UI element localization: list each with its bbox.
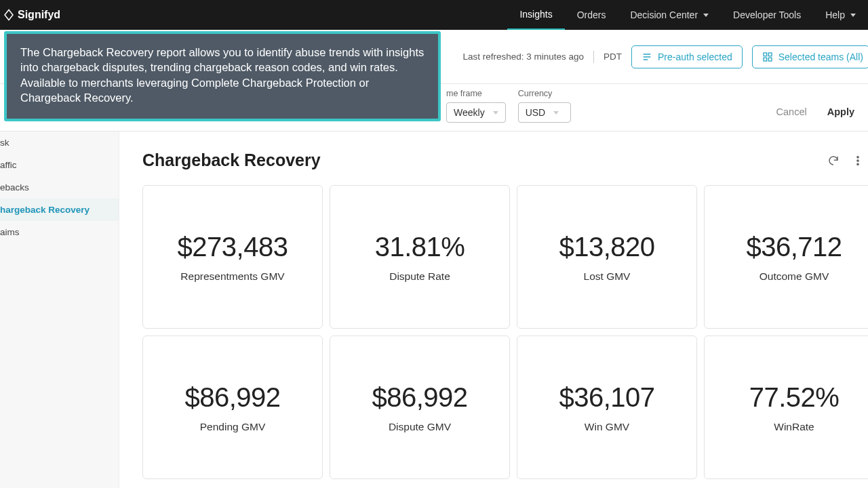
sidebar-item[interactable]: affic: [0, 154, 119, 176]
currency-label: Currency: [518, 89, 571, 98]
metric-grid: $273,483 Representments GMV 31.81% Dispu…: [142, 185, 868, 479]
currency-select[interactable]: USD: [518, 102, 571, 123]
metric-card: 31.81% Dispute Rate: [330, 185, 510, 329]
metric-card: $36,712 Outcome GMV: [704, 185, 868, 329]
metric-value: $86,992: [372, 382, 467, 413]
metric-card: $86,992 Dispute GMV: [330, 336, 510, 479]
page-content: Chargeback Recovery $273,483 Representme…: [119, 131, 868, 488]
page-header: Chargeback Recovery: [142, 150, 868, 170]
divider: [593, 51, 594, 63]
brand-logo: Signifyd: [3, 9, 60, 21]
sidebar-item[interactable]: ebacks: [0, 176, 119, 199]
metric-value: $36,712: [746, 232, 842, 262]
sidebar-item[interactable]: sk: [0, 131, 119, 154]
list-icon: [642, 52, 652, 62]
metric-card: $86,992 Pending GMV: [142, 336, 323, 479]
metric-label: Lost GMV: [584, 270, 631, 283]
brand-name: Signifyd: [18, 9, 60, 21]
svg-point-5: [857, 159, 859, 161]
currency-field: Currency USD: [518, 89, 571, 123]
metric-value: 77.52%: [749, 382, 840, 413]
svg-rect-1: [768, 53, 772, 56]
timeframe-field: me frame Weekly: [446, 89, 506, 123]
svg-point-4: [857, 156, 859, 157]
metric-card: 77.52% WinRate: [704, 336, 868, 479]
metric-card: $13,820 Lost GMV: [517, 185, 697, 329]
apply-button[interactable]: Apply: [823, 101, 859, 123]
nav-help[interactable]: Help: [813, 0, 868, 30]
nav-developer-tools[interactable]: Developer Tools: [721, 0, 813, 30]
metric-label: Outcome GMV: [760, 270, 829, 283]
metric-value: $273,483: [178, 232, 288, 262]
sidebar: sk affic ebacks hargeback Recovery aims: [0, 131, 119, 488]
sidebar-item-chargeback-recovery[interactable]: hargeback Recovery: [0, 199, 119, 221]
svg-rect-0: [764, 53, 767, 56]
last-refreshed: Last refreshed: 3 minutes ago: [462, 52, 584, 62]
svg-rect-3: [768, 58, 772, 61]
metric-value: $13,820: [559, 232, 654, 262]
svg-rect-2: [764, 58, 767, 61]
metric-value: $86,992: [184, 382, 280, 413]
metric-label: Dispute Rate: [389, 270, 450, 283]
metric-card: $273,483 Representments GMV: [142, 185, 323, 329]
preauth-button[interactable]: Pre-auth selected: [631, 45, 743, 68]
metric-card: $36,107 Win GMV: [517, 336, 697, 479]
metric-label: Pending GMV: [200, 421, 266, 433]
chevron-down-icon: [553, 111, 559, 115]
timeframe-label: me frame: [446, 89, 506, 98]
page-title: Chargeback Recovery: [142, 150, 321, 170]
metric-label: Representments GMV: [180, 270, 284, 283]
top-nav: Signifyd Insights Orders Decision Center…: [0, 0, 868, 30]
svg-point-6: [857, 163, 859, 165]
cancel-button[interactable]: Cancel: [772, 101, 811, 123]
timeframe-select[interactable]: Weekly: [446, 102, 506, 123]
info-tooltip: The Chargeback Recovery report allows yo…: [4, 31, 441, 121]
more-icon[interactable]: [852, 155, 864, 167]
teams-button[interactable]: Selected teams (All): [752, 45, 868, 68]
metric-value: $36,107: [559, 382, 654, 413]
metric-value: 31.81%: [375, 232, 465, 262]
grid-icon: [762, 52, 773, 62]
chevron-down-icon: [703, 14, 709, 17]
nav-orders[interactable]: Orders: [565, 0, 618, 30]
brand-icon: [3, 9, 15, 21]
timezone: PDT: [604, 52, 622, 62]
refresh-icon[interactable]: [827, 155, 840, 167]
chevron-down-icon: [850, 14, 856, 17]
nav-decision-center[interactable]: Decision Center: [618, 0, 721, 30]
sidebar-item[interactable]: aims: [0, 221, 119, 243]
metric-label: WinRate: [774, 421, 814, 433]
chevron-down-icon: [493, 111, 498, 115]
metric-label: Dispute GMV: [389, 421, 451, 433]
nav-insights[interactable]: Insights: [507, 0, 564, 30]
metric-label: Win GMV: [585, 421, 629, 433]
